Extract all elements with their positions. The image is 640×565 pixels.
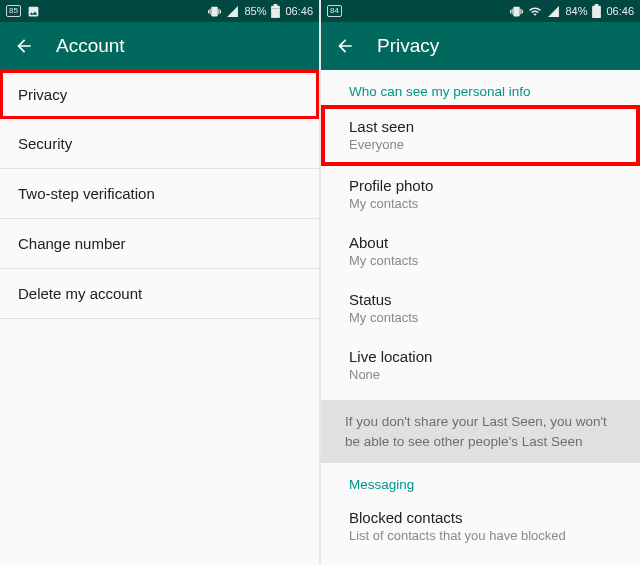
pref-profile-photo[interactable]: Profile photo My contacts [321,166,640,223]
pref-status[interactable]: Status My contacts [321,280,640,337]
back-icon[interactable] [14,36,34,56]
list-item-delete-account[interactable]: Delete my account [0,269,319,319]
signal-icon [226,5,239,18]
page-title: Account [56,35,125,57]
account-list: Privacy Security Two-step verification C… [0,70,319,565]
page-title: Privacy [377,35,439,57]
notification-badge-icon: 84 [327,5,342,17]
pref-value: Everyone [349,137,612,152]
privacy-screen: 84 84% 06:46 Privacy Who can see my pers… [321,0,640,565]
pref-blocked-contacts[interactable]: Blocked contacts List of contacts that y… [321,498,640,543]
battery-text: 85% [244,5,266,17]
privacy-list: Who can see my personal info Last seen E… [321,70,640,565]
pref-label: Profile photo [349,177,612,194]
list-item-privacy[interactable]: Privacy [0,70,319,119]
pref-value: List of contacts that you have blocked [349,528,612,543]
image-icon [27,5,40,18]
account-screen: 85 85% 06:46 Account Privacy Security Tw… [0,0,319,565]
back-icon[interactable] [335,36,355,56]
vibrate-icon [208,5,221,18]
battery-icon [592,4,601,18]
pref-value: My contacts [349,253,612,268]
status-bar: 85 85% 06:46 [0,0,319,22]
pref-last-seen[interactable]: Last seen Everyone [321,105,640,166]
clock-text: 06:46 [606,5,634,17]
battery-text: 84% [565,5,587,17]
list-item-security[interactable]: Security [0,119,319,169]
pref-label: Blocked contacts [349,509,612,526]
notification-badge-icon: 85 [6,5,21,17]
section-header-personal-info: Who can see my personal info [321,70,640,105]
pref-about[interactable]: About My contacts [321,223,640,280]
pref-label: About [349,234,612,251]
pref-label: Last seen [349,118,612,135]
list-item-change-number[interactable]: Change number [0,219,319,269]
battery-icon [271,4,280,18]
app-bar: Privacy [321,22,640,70]
pref-value: My contacts [349,196,612,211]
last-seen-info: If you don't share your Last Seen, you w… [321,400,640,463]
svg-rect-1 [272,8,279,17]
pref-label: Status [349,291,612,308]
clock-text: 06:46 [285,5,313,17]
pref-value: My contacts [349,310,612,325]
section-header-messaging: Messaging [321,463,640,498]
vibrate-icon [510,5,523,18]
wifi-icon [528,5,542,18]
app-bar: Account [0,22,319,70]
pref-live-location[interactable]: Live location None [321,337,640,394]
pref-value: None [349,367,612,382]
status-bar: 84 84% 06:46 [321,0,640,22]
list-item-two-step[interactable]: Two-step verification [0,169,319,219]
pref-label: Live location [349,348,612,365]
signal-icon [547,5,560,18]
